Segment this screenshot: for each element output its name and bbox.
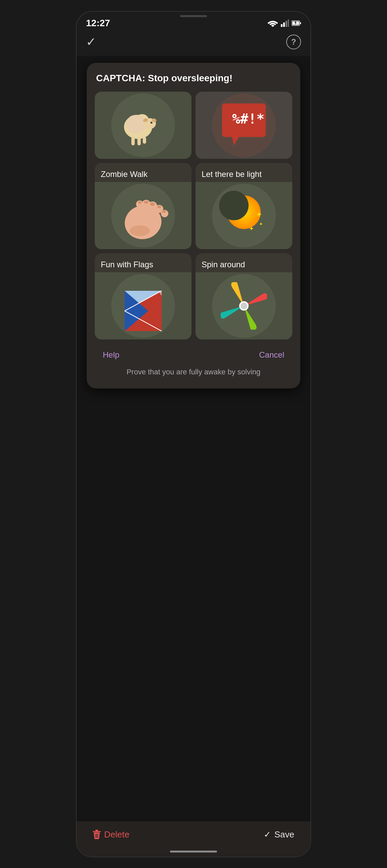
cell-spin-image [196,272,292,339]
nav-bar-top: ✓ ? [77,31,310,56]
prove-text: Prove that you are fully awake by solvin… [95,365,292,380]
svg-rect-0 [281,24,282,27]
svg-point-28 [162,210,166,213]
svg-point-46 [241,303,247,309]
time-display: 12:27 [86,18,110,29]
save-label: Save [274,829,294,840]
svg-rect-3 [288,20,289,27]
svg-rect-2 [286,21,287,27]
cell-spin-label: Spin around [196,253,292,272]
cell-light-label: Let there be light [196,163,292,182]
svg-rect-18 [143,137,146,144]
svg-rect-16 [131,137,135,145]
delete-label: Delete [104,829,129,840]
cell-zombie[interactable]: Zombie Walk [95,163,191,249]
trash-icon [93,830,101,839]
home-indicator [170,850,217,852]
modal-footer: Help Cancel [95,339,292,365]
cell-zombie-image [95,182,191,249]
help-circle-button[interactable]: ? [286,35,301,49]
battery-icon [292,20,301,26]
cell-zombie-label: Zombie Walk [95,163,191,182]
cell-flags[interactable]: Fun with Flags [95,253,191,339]
phone-frame: 12:27 ✓ [76,11,311,857]
svg-point-30 [138,201,142,204]
background-content: CAPTCHA: Stop oversleeping! [77,56,310,857]
help-circle-label: ? [291,37,296,47]
status-bar: 12:27 [77,12,310,31]
captcha-grid: %#!* Zombie Walk [95,92,292,339]
svg-text:✦: ✦ [249,225,254,232]
svg-rect-47 [95,830,98,831]
svg-point-10 [126,115,146,134]
svg-point-31 [130,225,150,236]
svg-point-34 [219,191,248,220]
svg-rect-1 [283,23,285,27]
save-button[interactable]: ✓ Save [264,829,294,840]
cell-flags-label: Fun with Flags [95,253,191,272]
signal-icon [281,20,289,27]
modal-title: CAPTCHA: Stop oversleeping! [95,73,292,84]
svg-rect-48 [93,831,101,832]
svg-text:%#!*: %#!* [232,111,264,127]
check-save-icon: ✓ [264,829,271,840]
captcha-modal: CAPTCHA: Stop oversleeping! [87,63,300,389]
svg-rect-5 [300,22,301,24]
svg-point-29 [144,201,148,204]
cell-profanity[interactable]: %#!* [196,92,292,159]
help-button[interactable]: Help [97,347,125,362]
delete-button[interactable]: Delete [93,829,129,840]
wifi-icon [267,20,278,27]
cell-light-image: ✦ ✦ ✦ [196,182,292,249]
phone-notch [180,15,207,17]
status-icons [267,20,301,27]
svg-point-15 [151,122,152,123]
cell-light[interactable]: Let there be light [196,163,292,249]
svg-point-27 [157,206,161,208]
cell-flags-image [95,272,191,339]
check-nav-icon[interactable]: ✓ [86,35,96,49]
svg-point-26 [150,203,155,206]
cell-spin[interactable]: Spin around [196,253,292,339]
svg-text:✦: ✦ [259,221,263,227]
cell-profanity-image: %#!* [196,92,292,159]
svg-point-14 [150,122,152,124]
cell-sheep[interactable] [95,92,191,159]
svg-rect-17 [138,137,141,145]
svg-text:✦: ✦ [256,210,262,219]
cancel-button[interactable]: Cancel [254,347,290,362]
cell-sheep-image [95,92,191,159]
